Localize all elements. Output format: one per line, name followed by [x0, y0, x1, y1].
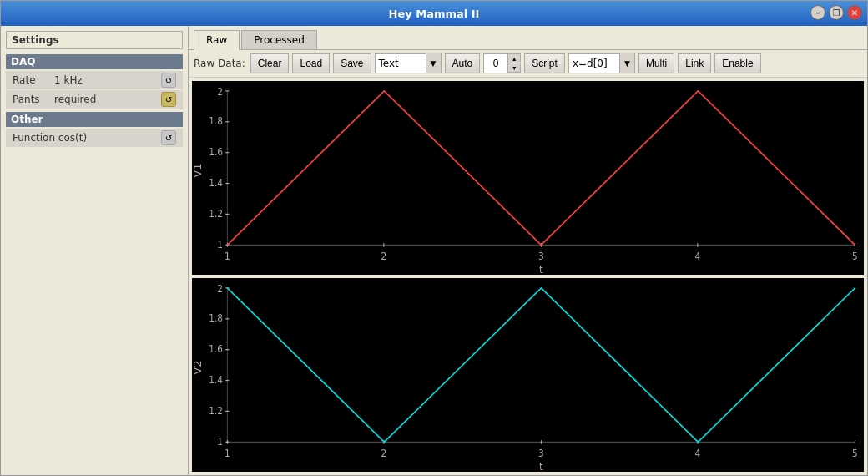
maximize-button[interactable]: ❐: [829, 5, 844, 20]
load-button[interactable]: Load: [292, 53, 330, 73]
svg-text:1.4: 1.4: [209, 375, 223, 387]
rate-label: Rate: [13, 74, 54, 86]
link-button[interactable]: Link: [678, 53, 711, 73]
svg-text:2: 2: [217, 86, 223, 98]
other-section: Other Function cos(t) ↺: [6, 112, 183, 147]
xeqd-selected: x=d[0]: [569, 58, 619, 69]
titlebar-controls: – ❐ ✕: [810, 5, 862, 20]
format-combo[interactable]: Text ▼: [375, 53, 442, 73]
tab-processed[interactable]: Processed: [241, 30, 317, 49]
svg-text:1.4: 1.4: [209, 178, 223, 190]
clear-button[interactable]: Clear: [250, 53, 290, 73]
rate-value: 1 kHz: [54, 74, 161, 86]
enable-button[interactable]: Enable: [714, 53, 760, 73]
section-header-other: Other: [6, 112, 183, 127]
format-dropdown-arrow[interactable]: ▼: [426, 53, 441, 73]
chart2-container: 1 1.2 1.4 1.6 1.8 2 1: [192, 278, 864, 472]
svg-text:5: 5: [852, 448, 858, 460]
sidebar: Settings DAQ Rate 1 kHz ↺ Pants required…: [1, 26, 189, 475]
svg-text:V1: V1: [192, 163, 203, 177]
save-button[interactable]: Save: [333, 53, 371, 73]
xeqd-dropdown-arrow[interactable]: ▼: [619, 53, 634, 73]
svg-text:1.6: 1.6: [209, 344, 223, 356]
multi-button[interactable]: Multi: [638, 53, 674, 73]
svg-text:1.2: 1.2: [209, 208, 223, 220]
spinbox[interactable]: ▲ ▼: [483, 53, 521, 73]
function-row: Function cos(t) ↺: [6, 129, 183, 147]
close-button[interactable]: ✕: [847, 5, 862, 20]
svg-text:2: 2: [381, 448, 386, 460]
format-selected: Text: [376, 58, 426, 69]
svg-text:1.8: 1.8: [209, 116, 223, 128]
app-window: Hey Mammal II – ❐ ✕ Settings DAQ Rate 1 …: [0, 0, 868, 476]
settings-row-rate: Rate 1 kHz ↺: [6, 71, 183, 89]
section-header-daq: DAQ: [6, 54, 183, 69]
raw-data-label: Raw Data:: [194, 58, 245, 69]
pants-value: required: [54, 94, 161, 105]
spinbox-down-button[interactable]: ▼: [508, 63, 520, 73]
main-content: Settings DAQ Rate 1 kHz ↺ Pants required…: [1, 26, 867, 475]
svg-text:3: 3: [538, 448, 544, 460]
svg-text:4: 4: [694, 448, 700, 460]
svg-text:t: t: [539, 459, 543, 472]
function-label: Function cos(t): [13, 132, 161, 144]
tabs-bar: Raw Processed: [189, 26, 867, 50]
svg-text:t: t: [539, 262, 543, 275]
svg-text:4: 4: [694, 251, 700, 263]
function-reset-button[interactable]: ↺: [161, 130, 176, 145]
minimize-button[interactable]: –: [810, 5, 825, 20]
spinbox-input[interactable]: [484, 54, 507, 73]
tab-raw[interactable]: Raw: [194, 30, 240, 50]
svg-text:2: 2: [381, 251, 386, 263]
svg-text:1.8: 1.8: [209, 313, 223, 325]
svg-text:5: 5: [852, 251, 858, 263]
svg-text:1.2: 1.2: [209, 405, 223, 417]
svg-text:2: 2: [217, 283, 223, 295]
spinbox-arrows: ▲ ▼: [507, 54, 520, 73]
chart1-container: 1 1.2 1.4 1.6 1.8 2: [192, 81, 864, 275]
charts-area: 1 1.2 1.4 1.6 1.8 2: [189, 78, 867, 475]
window-title: Hey Mammal II: [389, 8, 480, 20]
chart1-svg: 1 1.2 1.4 1.6 1.8 2: [192, 81, 864, 275]
svg-text:1.6: 1.6: [209, 147, 223, 159]
svg-text:1: 1: [225, 251, 230, 263]
svg-text:V2: V2: [192, 360, 203, 374]
script-button[interactable]: Script: [524, 53, 565, 73]
svg-rect-27: [192, 278, 864, 472]
svg-text:1: 1: [217, 239, 223, 251]
rate-reset-button[interactable]: ↺: [161, 73, 176, 88]
pants-reset-button[interactable]: ↺: [161, 92, 176, 107]
sidebar-title: Settings: [6, 31, 183, 49]
pants-label: Pants: [13, 94, 54, 105]
right-panel: Raw Processed Raw Data: Clear Load Save …: [189, 26, 867, 475]
titlebar: Hey Mammal II – ❐ ✕: [1, 1, 867, 26]
settings-row-pants: Pants required ↺: [6, 90, 183, 109]
svg-text:1: 1: [217, 436, 223, 448]
svg-text:1: 1: [225, 448, 230, 460]
spinbox-up-button[interactable]: ▲: [508, 54, 520, 63]
svg-rect-0: [192, 81, 864, 275]
svg-text:3: 3: [538, 251, 544, 263]
auto-button[interactable]: Auto: [445, 53, 481, 73]
xeqd-combo[interactable]: x=d[0] ▼: [568, 53, 635, 73]
toolbar: Raw Data: Clear Load Save Text ▼ Auto ▲ …: [189, 50, 867, 78]
chart2-svg: 1 1.2 1.4 1.6 1.8 2 1: [192, 278, 864, 472]
